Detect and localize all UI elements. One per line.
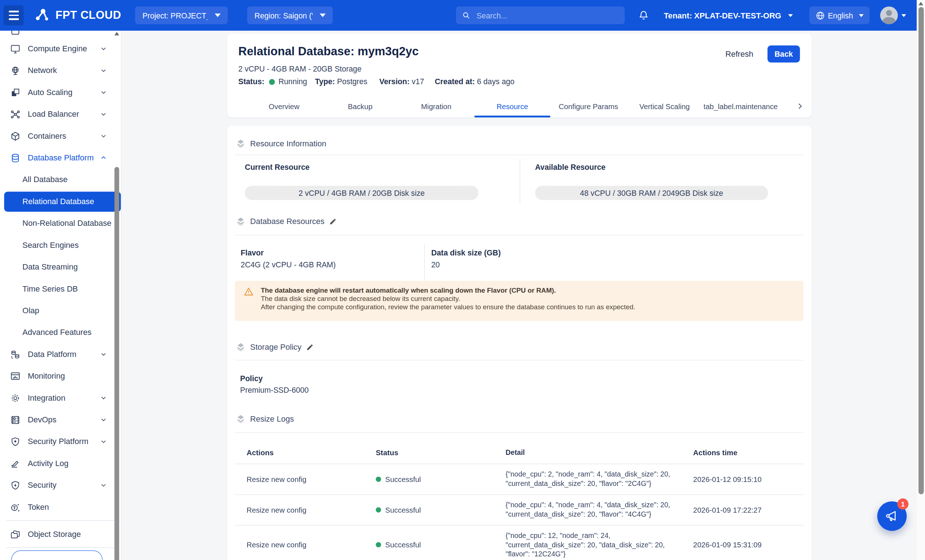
scroll-up-arrow-icon[interactable] [114,32,119,35]
col-header-detail: Detail [494,442,684,464]
sidebar-item-olap[interactable]: Olap [0,300,121,321]
sidebar-item-network[interactable]: Network [0,60,121,81]
sidebar-item-non-relational-database[interactable]: Non-Relational Database [0,212,121,234]
megaphone-icon [884,508,899,524]
sidebar-item-load-balancer[interactable]: Load Balancer [0,103,121,125]
sidebar-item-containers[interactable]: Containers [0,125,121,147]
hamburger-menu-icon[interactable] [4,5,24,26]
status-label: Status: [238,77,265,86]
col-header-status: Status [364,442,494,464]
user-menu[interactable] [880,6,906,24]
top-navbar: FPT CLOUD Project: PROJECT_XPL... Region… [0,0,917,31]
status-dot [376,542,381,548]
available-resource-label: Available Resource [535,163,768,172]
sidebar-item-time-series-db[interactable]: Time Series DB [0,278,121,300]
tab-vertical-scaling[interactable]: Vertical Scaling [627,96,703,117]
cell-time: 2026-01-09 15:31:09 [684,541,803,549]
sidebar-item-relational-database[interactable]: Relational Database [0,190,121,212]
resize-logs-table: Actions Status Detail Actions time Resiz… [235,442,804,560]
tab-maintenance[interactable]: tab_label.maintenance [702,96,779,117]
sidebar-item-database-platform[interactable]: Database Platform [0,147,121,169]
available-resource-value: 48 vCPU / 30GB RAM / 2049GB Disk size [535,186,768,200]
sidebar-item-advanced-features[interactable]: Advanced Features [0,322,121,343]
scroll-up-arrow-icon[interactable] [919,2,923,5]
back-button[interactable]: Back [767,45,800,63]
tab-resource[interactable]: Resource [475,96,551,117]
object-storage-icon [10,529,21,539]
edit-pencil-icon[interactable] [306,343,313,351]
language-dropdown[interactable]: English [810,6,870,24]
sidebar-item-label: DevOps [28,415,57,424]
sidebar-item-token[interactable]: Token [0,496,121,518]
version-value: v17 [411,77,424,86]
page-scrollbar[interactable] [917,0,925,560]
sidebar-item-devops[interactable]: DevOps [0,409,121,430]
sidebar-item-auto-scaling[interactable]: Auto Scaling [0,81,121,103]
sidebar-item-activity-log[interactable]: Activity Log [0,452,121,474]
tab-label: tab_label.maintenance [704,102,777,111]
tenant-dropdown[interactable]: Tenant: XPLAT-DEV-TEST-ORG [664,11,793,20]
tab-label: Backup [348,102,372,111]
refresh-button[interactable]: Refresh [726,50,753,58]
section-divider [235,432,804,433]
selected-pill: Relational Database [4,191,121,212]
policy-value: Premium-SSD-6000 [240,386,309,394]
sidebar-item-search-engines[interactable]: Search Engines [0,234,121,256]
sidebar-item-all-database[interactable]: All Database [0,169,121,190]
load-balancer-icon [10,109,21,119]
cell-detail: {"node_cpu": 2, "node_ram": 4, "data_dis… [494,464,684,494]
region-dropdown[interactable]: Region: Saigon (Vietn... [247,6,333,24]
type-value: Postgres [337,77,368,86]
section-title: Storage Policy [250,343,301,351]
brand-logo[interactable]: FPT CLOUD [33,6,121,24]
sidebar-item-data-platform[interactable]: Data Platform [0,343,121,365]
tab-configure-params[interactable]: Configure Params [550,96,627,117]
app-root: FPT CLOUD Project: PROJECT_XPL... Region… [0,0,925,560]
page-scrollbar-thumb[interactable] [918,7,923,495]
chevron-down-icon [788,14,793,17]
sidebar-item-integration[interactable]: Integration [0,387,121,409]
sidebar-item-security-platform[interactable]: Security Platform [0,431,121,452]
current-resource-label: Current Resource [245,163,479,172]
flavor-label: Flavor [241,248,336,257]
tab-backup[interactable]: Backup [322,96,398,117]
search-input[interactable] [476,11,619,21]
monitor-icon [10,44,21,54]
chevron-down-icon [101,438,107,445]
notification-bell-icon[interactable] [638,9,650,22]
warning-triangle-icon [244,286,254,297]
tabs-more-chevron-right-icon[interactable] [795,100,804,113]
created-label: Created at: [435,77,475,86]
status-field: Status:Running [238,77,315,86]
tab-overview[interactable]: Overview [246,96,322,117]
database-icon [10,152,21,163]
search-input-wrap [456,6,625,24]
project-dropdown[interactable]: Project: PROJECT_XPL... [136,6,228,24]
avatar [880,6,898,24]
tab-migration[interactable]: Migration [398,96,475,117]
data-platform-icon [10,349,21,360]
tenant-dropdown-value: Tenant: XPLAT-DEV-TEST-ORG [664,11,781,20]
flavor-value: 2C4G (2 vCPU - 4GB RAM) [241,260,336,269]
sidebar-item-object-storage[interactable]: Object Storage [0,523,121,545]
sidebar-scrollbar-thumb[interactable] [114,167,119,560]
status-dot [376,507,381,512]
sidebar-item-security[interactable]: Security [0,474,121,496]
announcements-fab[interactable]: 1 [877,501,907,531]
sidebar-item-compute-engine[interactable]: Compute Engine [0,38,121,59]
policy-block: Policy Premium-SSD-6000 [240,374,309,394]
version-label: Version: [380,77,410,86]
edit-pencil-icon[interactable] [329,217,337,225]
sidebar-item-monitoring[interactable]: Monitoring [0,365,121,387]
sidebar-item-data-streaming[interactable]: Data Streaming [0,256,121,278]
sidebar-bottom-button[interactable] [11,550,102,560]
chevron-down-icon [215,14,221,17]
header-actions: Refresh Back [726,45,800,63]
current-resource-block: Current Resource 2 vCPU / 4GB RAM / 20GB… [245,163,479,200]
section-divider [235,235,804,236]
fpt-cloud-logo-icon [33,6,51,24]
chevron-down-icon [859,14,863,17]
cell-action: Resize new config [235,506,364,514]
warning-line-2: The data disk size cannot be decreased b… [261,295,635,303]
sidebar-item-label: Token [28,503,49,511]
